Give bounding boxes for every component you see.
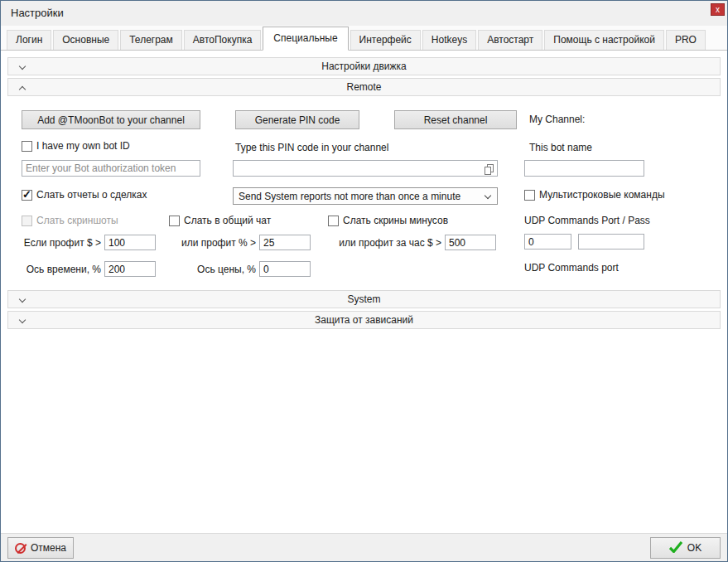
window-title: Настройки (11, 7, 64, 19)
profit-pct-label: или профит % > (176, 237, 256, 249)
profit-usd-label: Если профит $ > (22, 237, 101, 249)
section-engine-title: Настройки движка (321, 61, 406, 72)
checkbox-checked-icon (22, 190, 32, 201)
price-axis-input[interactable] (259, 261, 311, 277)
section-system-title: System (347, 293, 380, 305)
send-minus-screens-checkbox[interactable]: Слать скрины минусов (328, 215, 448, 226)
ok-button[interactable]: OK (650, 537, 721, 559)
chevron-down-icon (19, 63, 26, 70)
tab-setup-help[interactable]: Помощь с настройкой (544, 30, 664, 50)
udp-port-pass-label: UDP Commands Port / Pass (524, 215, 650, 226)
reports-frequency-dropdown[interactable]: Send System reports not more than once a… (233, 187, 498, 205)
close-button[interactable]: x (711, 3, 725, 16)
multiline-commands-label: Мультистроковые команды (539, 189, 665, 201)
chevron-down-icon (19, 296, 26, 303)
tab-pro[interactable]: PRO (666, 30, 706, 50)
tab-telegram[interactable]: Телеграм (120, 30, 182, 50)
section-engine-settings[interactable]: Настройки движка (7, 57, 721, 75)
chevron-down-icon (19, 317, 26, 323)
time-axis-input[interactable] (104, 261, 156, 277)
send-screenshots-checkbox: Слать скриншоты (22, 215, 118, 226)
profit-usd-input[interactable] (104, 235, 156, 250)
cancel-label: Отмена (31, 542, 66, 554)
tab-special[interactable]: Специальные (263, 27, 348, 51)
own-bot-id-checkbox[interactable]: I have my own bot ID (22, 140, 130, 152)
time-axis-field: Ось времени, % (22, 261, 156, 277)
own-bot-id-label: I have my own bot ID (36, 140, 130, 152)
section-remote-title: Remote (346, 81, 381, 93)
send-reports-checkbox[interactable]: Слать отчеты о сделках (22, 189, 147, 201)
tab-login[interactable]: Логин (7, 30, 51, 50)
tab-content-special: Настройки движка Remote Add @TMoonBot to… (1, 51, 727, 329)
cancel-button[interactable]: Отмена (7, 537, 74, 559)
section-freeze-protection[interactable]: Защита от зависаний (7, 311, 721, 329)
copy-icon[interactable] (485, 163, 494, 178)
remote-panel: Add @TMoonBot to your channel Generate P… (1, 99, 727, 290)
checkbox-icon (169, 216, 180, 226)
section-freeze-title: Защита от зависаний (315, 314, 413, 326)
chevron-up-icon (19, 86, 26, 93)
udp-pass-input[interactable] (578, 234, 644, 250)
tab-main[interactable]: Основные (53, 30, 118, 50)
tab-autobuy[interactable]: АвтоПокупка (184, 30, 262, 50)
pin-code-field (233, 160, 498, 177)
section-system[interactable]: System (7, 290, 721, 308)
generate-pin-button[interactable]: Generate PIN code (235, 110, 359, 129)
profit-hour-input[interactable] (445, 235, 496, 250)
section-remote[interactable]: Remote (7, 78, 721, 96)
send-reports-label: Слать отчеты о сделках (36, 189, 147, 201)
price-axis-field: Ось цены, % (176, 261, 311, 277)
close-icon: x (716, 5, 720, 14)
profit-pct-field: или профит % > (176, 235, 311, 250)
titlebar: Настройки x (1, 1, 727, 26)
profit-pct-input[interactable] (259, 235, 311, 250)
tab-interface[interactable]: Интерфейс (350, 30, 421, 50)
profit-usd-field: Если профит $ > (22, 235, 156, 250)
tab-hotkeys[interactable]: Hotkeys (422, 30, 476, 50)
reset-channel-button[interactable]: Reset channel (394, 110, 517, 129)
footer-bar: Отмена OK (1, 533, 727, 561)
udp-port-label: UDP Commands port (524, 262, 619, 274)
settings-window: Настройки x Логин Основные Телеграм Авто… (0, 0, 728, 562)
checkbox-icon (22, 141, 32, 152)
tab-bar: Логин Основные Телеграм АвтоПокупка Спец… (1, 26, 727, 51)
send-screenshots-label: Слать скриншоты (36, 215, 118, 226)
checkbox-icon (524, 190, 535, 201)
reports-frequency-value: Send System reports not more than once a… (239, 191, 460, 202)
my-channel-label: My Channel: (529, 114, 585, 125)
chevron-down-icon (485, 192, 491, 199)
bot-token-input[interactable] (22, 160, 200, 177)
checkbox-disabled-icon (22, 216, 32, 226)
price-axis-label: Ось цены, % (176, 264, 256, 275)
ok-label: OK (687, 542, 701, 554)
send-common-chat-checkbox[interactable]: Слать в общий чат (169, 215, 271, 226)
cancel-icon (15, 543, 26, 554)
bot-name-label: This bot name (529, 142, 592, 153)
tab-autostart[interactable]: Автостарт (478, 30, 542, 50)
pin-hint-label: Type this PIN code in your channel (235, 142, 388, 153)
time-axis-label: Ось времени, % (22, 264, 101, 275)
send-common-chat-label: Слать в общий чат (184, 215, 271, 226)
multiline-commands-checkbox[interactable]: Мультистроковые команды (524, 189, 665, 201)
ok-check-icon (669, 541, 682, 555)
pin-code-input[interactable] (233, 160, 498, 177)
bot-name-input[interactable] (524, 160, 644, 177)
send-minus-screens-label: Слать скрины минусов (343, 215, 448, 226)
add-bot-button[interactable]: Add @TMoonBot to your channel (22, 110, 200, 129)
profit-hour-field: или профит за час $ > (325, 235, 496, 250)
profit-hour-label: или профит за час $ > (325, 237, 441, 249)
checkbox-icon (328, 216, 339, 226)
udp-port-input[interactable] (524, 234, 571, 250)
